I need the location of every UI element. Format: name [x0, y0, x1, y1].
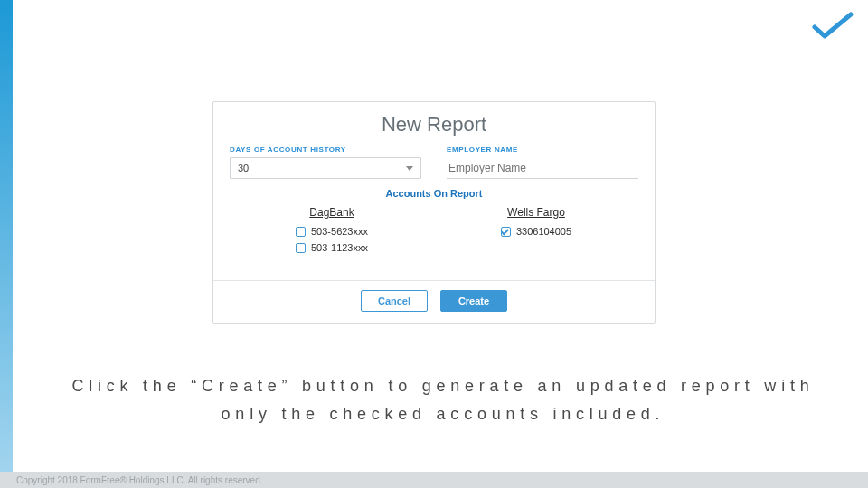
bank-col-wellsfargo: Wells Fargo 3306104005: [442, 206, 630, 258]
checkbox-icon[interactable]: [296, 227, 306, 237]
employer-field: EMPLOYER NAME: [447, 145, 638, 179]
account-number: 3306104005: [516, 226, 571, 237]
create-button[interactable]: Create: [440, 290, 507, 312]
brand-checkmark-logo: [812, 11, 854, 45]
instruction-text: Click the “Create” button to generate an…: [54, 372, 832, 427]
footer-copyright: Copyright 2018 FormFree® Holdings LLC. A…: [0, 472, 868, 488]
modal-title: New Report: [230, 113, 638, 136]
modal-footer: Cancel Create: [213, 280, 655, 323]
account-row[interactable]: 503-1123xxx: [296, 242, 368, 253]
employer-label: EMPLOYER NAME: [447, 145, 638, 154]
cancel-button[interactable]: Cancel: [361, 290, 428, 312]
new-report-modal: New Report DAYS OF ACCOUNT HISTORY 30 EM…: [212, 101, 656, 324]
days-select[interactable]: 30: [230, 157, 421, 179]
copyright-text: Copyright 2018 FormFree® Holdings LLC. A…: [16, 475, 263, 485]
brand-sidebar-stripe: [0, 0, 13, 488]
days-select-value: 30: [238, 163, 249, 174]
days-field: DAYS OF ACCOUNT HISTORY 30: [230, 145, 421, 179]
accounts-section-header: Accounts On Report: [230, 188, 638, 199]
account-row[interactable]: 3306104005: [501, 226, 571, 237]
bank-col-dagbank: DagBank 503-5623xxx 503-1123xxx: [238, 206, 426, 258]
bank-name: Wells Fargo: [507, 206, 565, 219]
account-row[interactable]: 503-5623xxx: [296, 226, 368, 237]
chevron-down-icon: [406, 166, 413, 171]
banks-row: DagBank 503-5623xxx 503-1123xxx Wells Fa…: [230, 206, 638, 258]
checkbox-icon[interactable]: [296, 243, 306, 253]
account-number: 503-5623xxx: [311, 226, 368, 237]
field-row: DAYS OF ACCOUNT HISTORY 30 EMPLOYER NAME: [230, 145, 638, 179]
account-number: 503-1123xxx: [311, 242, 368, 253]
days-label: DAYS OF ACCOUNT HISTORY: [230, 145, 421, 154]
bank-name: DagBank: [309, 206, 354, 219]
modal-body: New Report DAYS OF ACCOUNT HISTORY 30 EM…: [213, 102, 655, 280]
checkbox-checked-icon[interactable]: [501, 227, 511, 237]
employer-input[interactable]: [447, 157, 638, 179]
